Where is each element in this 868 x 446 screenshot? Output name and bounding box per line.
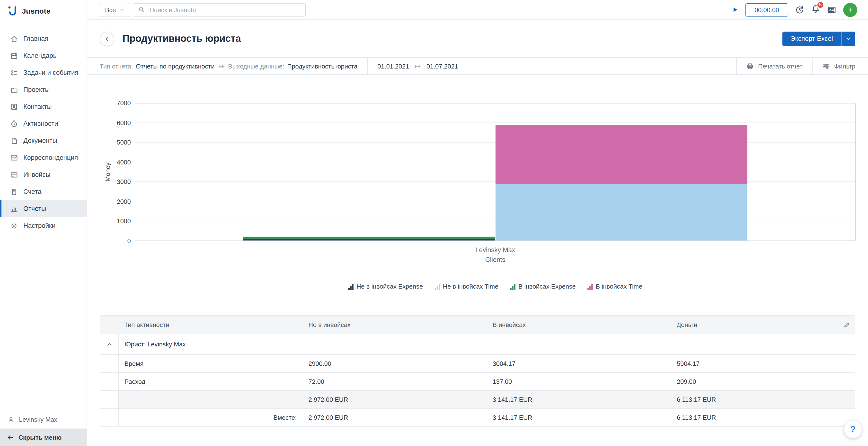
sidebar-item-mail[interactable]: Корреспонденция: [0, 149, 87, 166]
sidebar-item-projects[interactable]: Проекты: [0, 81, 87, 98]
sidebar-item-settings[interactable]: Настройки: [0, 217, 87, 234]
search-input[interactable]: [149, 6, 301, 14]
legend-label: В інвойсах Time: [596, 283, 642, 290]
edit-columns-icon[interactable]: [843, 321, 850, 328]
legend-item[interactable]: В інвойсах Expense: [510, 283, 576, 290]
subtotal-cell: 3 141.17 EUR: [487, 390, 671, 408]
table-cell: 3004.17: [487, 354, 671, 372]
activities-icon: [10, 120, 18, 128]
logo-text: Jusnote: [22, 6, 51, 15]
total-label: Вместе:: [118, 408, 303, 426]
export-excel-button[interactable]: Экспорт Excel: [782, 31, 855, 46]
create-new-button[interactable]: [843, 3, 857, 17]
start-timer-button[interactable]: [732, 6, 739, 13]
sidebar-item-invoices[interactable]: Инвойсы: [0, 166, 87, 183]
gridline: [135, 123, 855, 123]
search-scope-dropdown[interactable]: Все: [100, 3, 130, 17]
notifications-button[interactable]: 5: [811, 4, 820, 15]
main-area: Все 00:00:00 5: [87, 0, 868, 446]
settings-icon: [10, 222, 18, 230]
bar-segment: [495, 125, 747, 184]
x-category-label: Levinsky Max: [135, 246, 856, 253]
table-header-row: Тип активностиНе в инвойсахВ инвойсахДен…: [100, 315, 855, 334]
news-feed-icon[interactable]: [827, 5, 836, 14]
output-value[interactable]: Продуктивность юриста: [287, 62, 358, 70]
sidebar-user[interactable]: Levinsky Max: [0, 411, 87, 428]
total-cell: 2 972.00 EUR: [303, 408, 487, 426]
y-tick-label: 2000: [117, 198, 131, 205]
user-name: Levinsky Max: [19, 416, 57, 423]
sidebar-item-calendar[interactable]: Календарь: [0, 47, 87, 64]
table-cell: 72.00: [303, 372, 487, 390]
date-range[interactable]: 01.01.2021 ↦ 01.07.2021: [367, 58, 468, 74]
group-label[interactable]: Юрист: Levinsky Max: [124, 341, 186, 348]
productivity-chart: Money 01000200030004000500060007000 Levi…: [87, 103, 868, 290]
sidebar-item-reports[interactable]: Отчеты: [0, 200, 87, 217]
sidebar-item-label: Отчеты: [23, 205, 46, 212]
y-axis-title: Money: [104, 158, 113, 186]
y-tick-label: 5000: [117, 139, 131, 146]
chart-plot-column: Levinsky Max Clients Не в інвойсах Expen…: [135, 103, 856, 290]
mail-icon: [10, 154, 18, 162]
legend-bars-icon: [348, 284, 353, 290]
table-cell: Время: [118, 354, 303, 372]
help-button[interactable]: ?: [844, 421, 862, 438]
print-report-label: Печатать отчет: [758, 62, 803, 70]
report-type-value[interactable]: Отчеты по продуктивности: [136, 62, 215, 70]
y-tick-label: 0: [127, 237, 131, 245]
printer-icon: [746, 62, 754, 70]
timer-display[interactable]: 00:00:00: [745, 3, 788, 16]
notification-badge: 5: [816, 1, 824, 8]
print-report-button[interactable]: Печатать отчет: [736, 58, 812, 74]
legend-item[interactable]: В інвойсах Time: [587, 283, 642, 290]
chart-plot-area: [135, 103, 856, 241]
table-header-cell: Тип активности: [118, 315, 303, 334]
reports-icon: [10, 205, 18, 212]
topbar: Все 00:00:00 5: [87, 0, 868, 20]
sidebar-item-home[interactable]: Главная: [0, 30, 87, 47]
sidebar-item-bills[interactable]: Счета: [0, 183, 87, 200]
timer-history-icon[interactable]: [795, 5, 804, 14]
table-cell: 2900.00: [303, 354, 487, 372]
y-tick-label: 3000: [117, 178, 131, 185]
collapse-group-icon[interactable]: [106, 341, 113, 348]
export-options-caret[interactable]: [841, 31, 855, 46]
table-cell: 137.00: [487, 372, 671, 390]
table-subtotal-row: 2 972.00 EUR3 141.17 EUR6 113.17 EUR: [100, 390, 855, 408]
sidebar-item-tasks[interactable]: Задачи и события: [0, 64, 87, 81]
global-search: [133, 3, 306, 16]
bar-segment: [495, 184, 747, 240]
legend-item[interactable]: Не в інвойсах Expense: [348, 283, 423, 290]
chevron-left-icon: [103, 35, 111, 42]
sidebar-item-contacts[interactable]: Контакты: [0, 98, 87, 115]
sidebar-item-documents[interactable]: Документы: [0, 132, 87, 149]
table-row: Расход72.00137.00209.00: [100, 372, 855, 390]
filter-button[interactable]: Фильтр: [812, 58, 868, 74]
legend-bars-icon: [587, 284, 593, 290]
sidebar: Jusnote ГлавнаяКалендарьЗадачи и события…: [0, 0, 87, 446]
back-button[interactable]: [100, 31, 114, 46]
subtotal-cell: [118, 390, 303, 408]
total-cell: 3 141.17 EUR: [487, 408, 671, 426]
date-from[interactable]: 01.01.2021: [377, 62, 409, 70]
table-cell: Расход: [118, 372, 303, 390]
arrow-left-icon: [7, 434, 14, 441]
report-params: Тип отчета: Отчеты по продуктивности ↦ В…: [87, 58, 367, 74]
sidebar-item-activities[interactable]: Активности: [0, 115, 87, 132]
maps-to-arrow: ↦: [414, 62, 422, 70]
report-filter-bar: Тип отчета: Отчеты по продуктивности ↦ В…: [87, 57, 868, 75]
report-table: Тип активностиНе в инвойсахВ инвойсахДен…: [100, 315, 855, 426]
contacts-icon: [10, 103, 18, 110]
output-label: Выходные данные:: [228, 62, 284, 70]
bills-icon: [10, 188, 18, 196]
date-to[interactable]: 01.07.2021: [427, 62, 458, 70]
export-label: Экспорт Excel: [782, 31, 841, 46]
search-icon: [138, 6, 145, 13]
projects-icon: [10, 86, 18, 94]
hide-menu-button[interactable]: Скрыть меню: [0, 428, 87, 446]
legend-bars-icon: [510, 284, 516, 290]
documents-icon: [10, 137, 18, 144]
legend-item[interactable]: Не в інвойсах Time: [434, 283, 498, 290]
scope-label: Все: [105, 6, 116, 13]
logo[interactable]: Jusnote: [0, 0, 87, 22]
